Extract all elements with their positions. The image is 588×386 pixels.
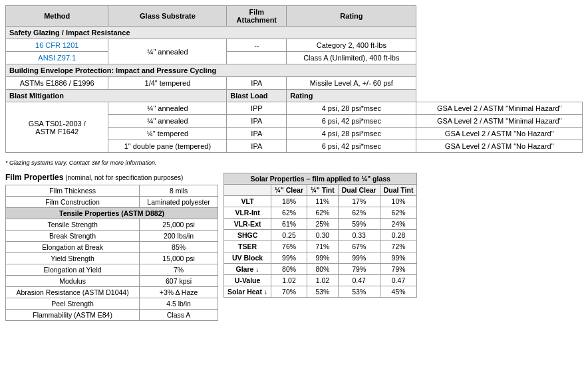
solar-col-quarter-tint: ¼" Tint [307, 185, 339, 196]
substrate-blast-4: 1" double pane (tempered) [108, 140, 227, 153]
rating-ansi: Class A (Unlimited), 400 ft-lbs [287, 52, 416, 64]
attachment-16cfr: -- [227, 39, 287, 52]
attachment-blast-2: IPA [227, 115, 287, 128]
solar-vlrint-clear: 62% [271, 207, 307, 219]
fp-value-break-strength: 200 lbs/in [140, 231, 218, 242]
solar-label-vlrint: VLR-Int [224, 207, 271, 219]
solar-label-glare: Glare ↓ [224, 264, 271, 275]
fp-label-break-strength: Break Strength [6, 231, 140, 242]
solar-shgc-clear: 0.25 [271, 230, 307, 241]
fp-value-peel: 4.5 lb/in [140, 298, 218, 310]
fp-label-tensile-strength: Tensile Strength [6, 219, 140, 231]
solar-tser-tint: 71% [307, 241, 339, 252]
main-ratings-table: Method Glass Substrate FilmAttachment Ra… [5, 5, 583, 153]
solar-tser-clear: 76% [271, 241, 307, 252]
substrate-blast-1: ¼" annealed [108, 102, 227, 115]
solar-label-uvalue: U-Value [224, 275, 271, 286]
section-title-safety: Safety Glazing / Impact Resistance [6, 27, 416, 39]
solar-title: Solar Properties – film applied to ¼" gl… [224, 173, 417, 185]
solar-vlrint-dual-clear: 62% [338, 207, 380, 219]
blast-col-header-rating: Rating [287, 90, 416, 102]
table-row: Glare ↓ 80% 80% 79% 79% [224, 264, 417, 275]
table-row: Yield Strength 15,000 psi [6, 253, 218, 264]
solar-uvalue-dual-clear: 0.47 [338, 275, 380, 286]
solar-col-dual-tint: Dual Tint [380, 185, 417, 196]
solar-label-solarheat: Solar Heat ↓ [224, 286, 271, 298]
table-row: ANSI Z97.1 Class A (Unlimited), 400 ft-l… [6, 52, 583, 64]
solar-glare-dual-tint: 79% [380, 264, 417, 275]
solar-props-container: Solar Properties – film applied to ¼" gl… [223, 173, 583, 321]
fp-value-flammability: Class A [140, 310, 218, 321]
blast-col-header-load: Blast Load [227, 90, 287, 102]
solar-shgc-dual-tint: 0.28 [380, 230, 417, 241]
solar-shgc-dual-clear: 0.33 [338, 230, 380, 241]
solar-vlt-dual-tint: 10% [380, 196, 417, 207]
attachment-building: IPA [227, 77, 287, 90]
substrate-blast-3: ¼" tempered [108, 128, 227, 140]
fp-label-peel: Peel Strength [6, 298, 140, 310]
table-row: U-Value 1.02 1.02 0.47 0.47 [224, 275, 417, 286]
table-row: Tensile Strength 25,000 psi [6, 219, 218, 231]
fp-label-construction: Film Construction [6, 197, 140, 208]
blastload-4: 6 psi, 42 psi*msec [287, 140, 416, 153]
solar-col-headers: ¼" Clear ¼" Tint Dual Clear Dual Tint [224, 185, 417, 196]
fp-label-modulus: Modulus [6, 276, 140, 287]
solar-vlrext-dual-clear: 59% [338, 219, 380, 230]
solar-tser-dual-clear: 67% [338, 241, 380, 252]
table-row: VLR-Ext 61% 25% 59% 24% [224, 219, 417, 230]
solar-solarheat-clear: 70% [271, 286, 307, 298]
solar-uvalue-clear: 1.02 [271, 275, 307, 286]
table-row: VLT 18% 11% 17% 10% [224, 196, 417, 207]
solar-shgc-tint: 0.30 [307, 230, 339, 241]
rating-building: Missile Level A, +/- 60 psf [287, 77, 416, 90]
method-link-16cfr[interactable]: 16 CFR 1201 [35, 41, 78, 49]
table-row: Solar Heat ↓ 70% 53% 53% 45% [224, 286, 417, 298]
col-header-method: Method [6, 6, 108, 27]
solar-vlt-dual-clear: 17% [338, 196, 380, 207]
attachment-blast-3: IPA [227, 128, 287, 140]
blastload-1: 4 psi, 28 psi*msec [287, 102, 416, 115]
solar-label-uvblock: UV Block [224, 252, 271, 264]
solar-label-tser: TSER [224, 241, 271, 252]
fp-value-elongation-yield: 7% [140, 264, 218, 276]
solar-col-dual-clear: Dual Clear [338, 185, 380, 196]
solar-uvblock-tint: 99% [307, 252, 339, 264]
table-row: UV Block 99% 99% 99% 99% [224, 252, 417, 264]
table-row: Flammability (ASTM E84) Class A [6, 310, 218, 321]
solar-vlrint-dual-tint: 62% [380, 207, 417, 219]
solar-glare-dual-clear: 79% [338, 264, 380, 275]
solar-vlrext-tint: 25% [307, 219, 339, 230]
col-header-rating: Rating [287, 6, 416, 27]
solar-label-shgc: SHGC [224, 230, 271, 241]
table-row: VLR-Int 62% 62% 62% 62% [224, 207, 417, 219]
fp-value-yield-strength: 15,000 psi [140, 253, 218, 264]
fp-label-yield-strength: Yield Strength [6, 253, 140, 264]
table-row: ASTMs E1886 / E1996 1/4" tempered IPA Mi… [6, 77, 583, 90]
solar-glare-clear: 80% [271, 264, 307, 275]
table-row: GSA TS01-2003 /ASTM F1642 ¼" annealed IP… [6, 102, 583, 115]
substrate-quarter-annealed-safety: ¼" annealed [108, 39, 227, 64]
fp-label-flammability: Flammability (ASTM E84) [6, 310, 140, 321]
blastload-3: 4 psi, 28 psi*msec [287, 128, 416, 140]
solar-col-label [224, 185, 271, 196]
film-props-container: Film Properties (nominal, not for specif… [5, 173, 218, 321]
method-link-ansi[interactable]: ANSI Z97.1 [38, 54, 76, 62]
rating-blast-4: GSA Level 2 / ASTM "No Hazard" [416, 140, 583, 153]
bottom-section: Film Properties (nominal, not for specif… [5, 173, 583, 321]
substrate-blast-2: ¼" annealed [108, 115, 227, 128]
solar-vlt-clear: 18% [271, 196, 307, 207]
solar-label-vlrext: VLR-Ext [224, 219, 271, 230]
solar-uvalue-tint: 1.02 [307, 275, 339, 286]
table-row: Elongation at Break 85% [6, 242, 218, 253]
solar-vlt-tint: 11% [307, 196, 339, 207]
attachment-ansi [227, 52, 287, 64]
section-title-building: Building Envelope Protection: Impact and… [6, 64, 416, 77]
table-row: 16 CFR 1201 ¼" annealed -- Category 2, 4… [6, 39, 583, 52]
table-row: SHGC 0.25 0.30 0.33 0.28 [224, 230, 417, 241]
method-16cfr: 16 CFR 1201 [6, 39, 108, 52]
solar-tser-dual-tint: 72% [380, 241, 417, 252]
solar-uvblock-dual-tint: 99% [380, 252, 417, 264]
col-header-attachment: FilmAttachment [227, 6, 287, 27]
rating-blast-3: GSA Level 2 / ASTM "No Hazard" [416, 128, 583, 140]
section-safety-glazing: Safety Glazing / Impact Resistance [6, 27, 583, 39]
